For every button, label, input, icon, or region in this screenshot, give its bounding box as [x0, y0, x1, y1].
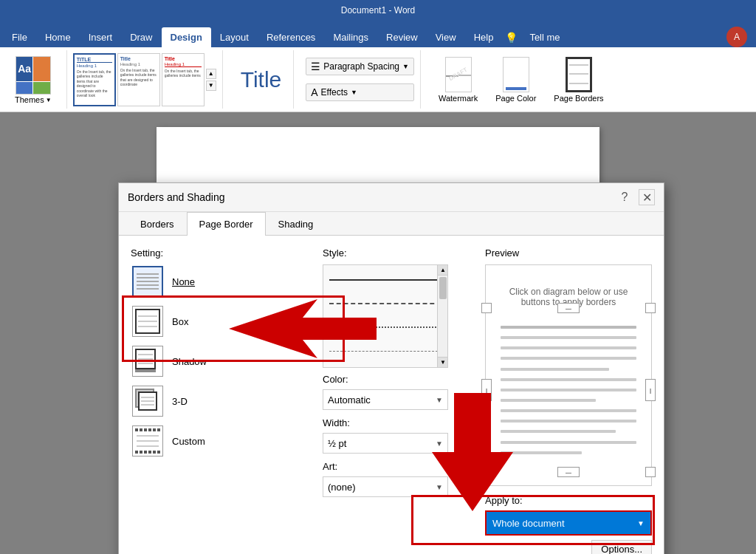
style-label: Style: [323, 247, 470, 259]
tab-draw[interactable]: Draw [121, 27, 161, 47]
art-select-arrow: ▼ [436, 483, 443, 491]
tab-help[interactable]: Help [465, 27, 503, 47]
setting-panel: Setting: None [131, 247, 308, 554]
corner-tr[interactable] [645, 303, 656, 313]
border-left-button[interactable]: | [481, 379, 492, 401]
tab-design[interactable]: Design [162, 27, 211, 47]
tab-tell-me[interactable]: Tell me [520, 27, 568, 47]
page-color-button[interactable]: Page Color [489, 55, 542, 104]
ribbon-content: Aa Themes ▼ TITLE Heading 1 On the Inser… [0, 47, 756, 112]
theme-scroll-up[interactable]: ▲ [206, 69, 216, 79]
art-section: Art: (none) ▼ [323, 461, 470, 497]
dialog-titlebar: Borders and Shading ? ✕ [119, 183, 664, 212]
scrollbar-thumb[interactable] [439, 277, 447, 299]
user-avatar[interactable]: A [726, 27, 747, 47]
watermark-button[interactable]: DRAFT Watermark [433, 55, 484, 104]
tab-shading[interactable]: Shading [266, 212, 326, 236]
doc-thumb-1[interactable]: TITLE Heading 1 On the Insert tab, the g… [73, 53, 116, 106]
tab-layout[interactable]: Layout [211, 27, 258, 47]
paragraph-spacing-button[interactable]: ☰ Paragraph Spacing ▼ [306, 58, 414, 75]
none-icon [132, 266, 163, 297]
tab-file[interactable]: File [3, 27, 36, 47]
apply-to-section: Apply to: Whole document ▼ Options... [485, 495, 652, 554]
menu-tabs: File Home Insert Draw Design Layout Refe… [0, 21, 756, 47]
shadow-icon [132, 346, 163, 377]
border-top-button[interactable]: — [557, 303, 580, 313]
art-select[interactable]: (none) ▼ [323, 476, 448, 497]
borders-and-shading-dialog: Borders and Shading ? ✕ Borders Page Bor… [118, 182, 664, 554]
apply-to-red-border: Whole document ▼ [485, 510, 652, 536]
dialog-close-button[interactable]: ✕ [639, 189, 655, 205]
style-scrollbar[interactable]: ▲ ▼ [437, 265, 447, 367]
corner-tl[interactable] [481, 303, 492, 313]
page-area: MOBIGYAAN Borders and Shading ? ✕ Border… [0, 112, 756, 554]
style-dashed2[interactable] [326, 315, 444, 339]
preview-panel: Preview Click on diagram below or use bu… [485, 247, 652, 554]
preview-doc-interior [495, 316, 642, 464]
width-label: Width: [323, 417, 470, 428]
color-select-arrow: ▼ [436, 396, 443, 404]
effects-button[interactable]: A Effects ▼ [306, 83, 414, 101]
border-bottom-button[interactable]: — [557, 467, 580, 477]
width-select[interactable]: ½ pt ▼ [323, 433, 448, 454]
setting-options: None Box [131, 264, 308, 458]
style-scroll-area[interactable]: ▲ ▼ [323, 264, 448, 368]
tab-insert[interactable]: Insert [80, 27, 122, 47]
preview-area[interactable]: Click on diagram below or use buttons to… [485, 264, 652, 486]
document-formatting-group: ☰ Paragraph Spacing ▼ A Effects ▼ [300, 50, 421, 109]
paragraph-spacing-arrow: ▼ [402, 63, 409, 70]
color-select[interactable]: Automatic ▼ [323, 389, 448, 410]
page-background-group: DRAFT Watermark Page Color Page Borde [427, 50, 616, 109]
border-right-button[interactable]: | [645, 379, 656, 401]
scrollbar-down-button[interactable]: ▼ [438, 357, 448, 367]
style-panel: Style: [323, 247, 470, 554]
themes-button[interactable]: Aa Themes ▼ [9, 53, 58, 107]
apply-to-label: Apply to: [485, 495, 652, 506]
themes-icon: Aa [16, 56, 51, 95]
style-long-dashed[interactable] [326, 339, 444, 363]
width-select-arrow: ▼ [436, 440, 443, 448]
custom-label: Custom [172, 436, 205, 447]
style-solid[interactable] [326, 268, 444, 292]
dialog-tabs: Borders Page Border Shading [119, 212, 664, 236]
dialog-help-button[interactable]: ? [616, 189, 633, 205]
shadow-label: Shadow [172, 356, 207, 367]
tab-review[interactable]: Review [377, 27, 427, 47]
style-dashed1[interactable] [326, 292, 444, 315]
tab-references[interactable]: References [258, 27, 324, 47]
setting-3d[interactable]: 3-D [131, 384, 308, 418]
setting-custom[interactable]: Custom [131, 424, 308, 458]
setting-shadow[interactable]: Shadow [131, 344, 308, 378]
theme-scroll-down[interactable]: ▼ [206, 81, 216, 91]
setting-none[interactable]: None [131, 264, 308, 298]
title-bar: Document1 - Word [0, 0, 756, 21]
doc-thumb-2[interactable]: Title Heading 1 On the Insert tab, the g… [117, 53, 160, 106]
tab-mailings[interactable]: Mailings [324, 27, 377, 47]
corner-bl[interactable] [481, 467, 492, 477]
options-button[interactable]: Options... [591, 540, 652, 554]
tab-home[interactable]: Home [36, 27, 80, 47]
dialog-controls: ? ✕ [616, 189, 655, 205]
dialog-title: Borders and Shading [128, 191, 225, 203]
tab-page-border[interactable]: Page Border [187, 212, 266, 236]
themes-dropdown-arrow: ▼ [46, 97, 52, 103]
title-bar-text: Document1 - Word [6, 5, 750, 16]
tab-view[interactable]: View [427, 27, 465, 47]
effects-arrow: ▼ [351, 89, 357, 96]
preview-doc-container[interactable]: | | — — [495, 316, 642, 464]
doc-themes-group: TITLE Heading 1 On the Insert tab, the g… [73, 50, 223, 109]
scrollbar-up-button[interactable]: ▲ [438, 265, 448, 276]
themes-label: Themes ▼ [15, 95, 52, 104]
box-icon [132, 306, 163, 337]
tab-borders[interactable]: Borders [128, 212, 187, 236]
setting-box[interactable]: Box [131, 304, 308, 338]
3d-label: 3-D [172, 396, 188, 407]
width-section: Width: ½ pt ▼ [323, 417, 470, 454]
doc-thumb-3[interactable]: Title Heading 1 On the Insert tab, the g… [162, 53, 205, 106]
corner-br[interactable] [645, 467, 656, 477]
dialog-body: Setting: None [119, 236, 664, 554]
color-section: Color: Automatic ▼ [323, 374, 470, 410]
apply-to-select[interactable]: Whole document ▼ [487, 512, 650, 534]
style-options-list [323, 265, 447, 366]
page-borders-button[interactable]: Page Borders [548, 55, 609, 104]
